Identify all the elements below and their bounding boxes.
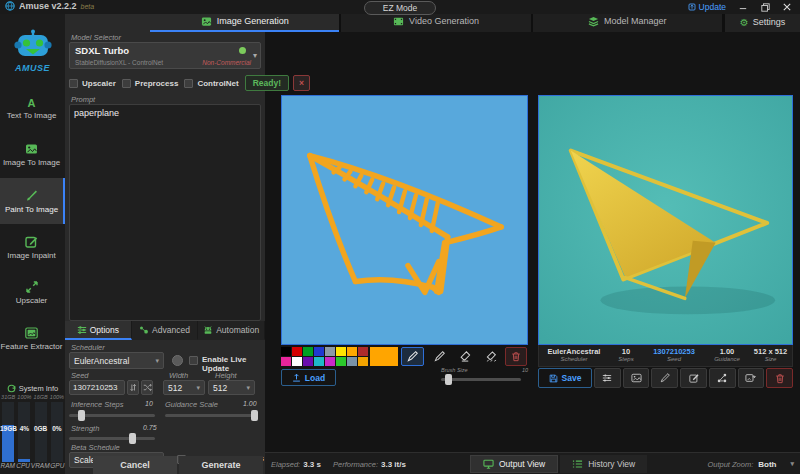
palette-color[interactable] (292, 357, 302, 366)
brush-icon (25, 189, 38, 202)
tab-advanced[interactable]: Advanced (132, 321, 199, 340)
seed-shuffle-button[interactable] (141, 380, 153, 395)
paint-canvas[interactable] (281, 95, 528, 345)
scheduler-dropdown[interactable]: EulerAncestral▾ (69, 352, 164, 369)
minimize-button[interactable] (732, 0, 754, 14)
tab-image-generation[interactable]: Image Generation (150, 12, 339, 32)
current-color-swatch[interactable] (370, 347, 398, 366)
update-button[interactable]: Update (688, 2, 726, 12)
inference-steps-value: 10 (145, 400, 153, 407)
tab-automation[interactable]: Automation (198, 321, 265, 340)
width-dropdown[interactable]: 512▾ (163, 380, 205, 395)
strength-slider[interactable] (69, 437, 155, 440)
palette-color[interactable] (325, 357, 335, 366)
sidebar-item-image-to-image[interactable]: Image To Image (0, 132, 65, 178)
generation-info-bar: EulerAncestral Scheduler 10 Steps 130721… (538, 345, 793, 367)
abort-button[interactable]: × (293, 75, 310, 91)
guidance-scale-label: Guidance Scale (165, 400, 218, 409)
tab-options[interactable]: Options (65, 321, 132, 340)
palette-color[interactable] (303, 357, 313, 366)
palette-color[interactable] (336, 347, 346, 356)
sidebar-item-text-to-image[interactable]: A Text To Image (0, 86, 65, 132)
palette-color[interactable] (325, 347, 335, 356)
guidance-scale-slider[interactable] (165, 414, 257, 417)
palette-color[interactable] (281, 347, 291, 356)
cpu-meter: 4% (16, 402, 32, 462)
feature-extract-button[interactable] (594, 368, 621, 388)
palette-color[interactable] (281, 357, 291, 366)
image-icon (631, 373, 642, 383)
eraser-tool-button[interactable] (454, 347, 477, 366)
refresh-icon (7, 384, 16, 393)
palette-color[interactable] (336, 357, 346, 366)
text-icon: A (28, 98, 36, 108)
sidebar-item-feature-extractor[interactable]: Feature Extractor (0, 316, 65, 362)
preprocess-checkbox[interactable] (122, 79, 131, 88)
output-view-tab[interactable]: Output View (470, 455, 558, 473)
control-panel: Model Selector SDXL Turbo StableDiffusio… (65, 14, 265, 474)
history-view-tab[interactable]: History View (560, 455, 647, 473)
tab-model-manager[interactable]: Model Manager (533, 12, 722, 32)
brush-tool-button[interactable] (401, 347, 424, 366)
load-button[interactable]: Load (281, 369, 336, 386)
system-info-title: System Info (19, 384, 59, 393)
tab-video-generation[interactable]: Video Generation (341, 12, 530, 32)
sidebar-item-upscaler[interactable]: Upscaler (0, 270, 65, 316)
upscale-button[interactable] (709, 368, 736, 388)
sidebar-item-paint-to-image[interactable]: Paint To Image (0, 178, 65, 224)
save-button[interactable]: Save (538, 368, 592, 388)
main-tabbar: Image Generation Video Generation Model … (150, 12, 800, 32)
brush-size-slider[interactable] (441, 378, 521, 381)
controlnet-checkbox[interactable] (184, 79, 193, 88)
cancel-button[interactable]: Cancel (93, 456, 177, 474)
app-beta-tag: beta (81, 3, 95, 10)
output-zoom-select[interactable]: Both ▾ (758, 460, 794, 469)
palette-color[interactable] (303, 347, 313, 356)
ready-button[interactable]: Ready! (245, 75, 289, 91)
gear-icon: ⚙ (740, 17, 749, 28)
meter-name: GPU (50, 462, 65, 472)
height-dropdown[interactable]: 512▾ (208, 380, 255, 395)
pen-icon (434, 351, 445, 362)
palette-color[interactable] (292, 347, 302, 356)
live-update-checkbox[interactable] (189, 356, 198, 365)
beta-schedule-label: Beta Schedule (71, 443, 120, 452)
restore-button[interactable] (754, 0, 776, 14)
output-image[interactable] (538, 95, 793, 345)
close-button[interactable] (776, 0, 798, 14)
generate-button[interactable]: Generate (179, 456, 263, 474)
info-guidance: 1.00 Guidance (705, 345, 749, 366)
chevron-down-icon: ▾ (790, 460, 794, 468)
sidebar-item-image-inpaint[interactable]: Image Inpaint (0, 224, 65, 270)
live-update-toggle[interactable] (172, 355, 183, 366)
paint-button[interactable] (651, 368, 678, 388)
settings-button[interactable]: ⚙ Settings (725, 12, 800, 32)
pen-tool-button[interactable] (428, 347, 451, 366)
meter-name: RAM (0, 462, 15, 472)
export-image-button[interactable] (738, 368, 765, 388)
image-to-image-button[interactable] (623, 368, 650, 388)
clear-canvas-button[interactable] (505, 347, 527, 366)
width-label: Width (169, 371, 188, 380)
palette-color[interactable] (347, 347, 357, 356)
palette-color[interactable] (314, 347, 324, 356)
model-selector-dropdown[interactable]: SDXL Turbo StableDiffusionXL - ControlNe… (69, 42, 261, 69)
palette-color[interactable] (358, 347, 368, 356)
palette-color[interactable] (358, 357, 368, 366)
info-size: 512 x 512 Size (749, 345, 792, 366)
clear-all-tool-button[interactable] (480, 347, 503, 366)
seed-link[interactable]: 1307210253 (653, 348, 695, 357)
delete-output-button[interactable] (766, 368, 793, 388)
seed-input[interactable]: 1307210253 (69, 380, 125, 395)
inpaint-button[interactable] (680, 368, 707, 388)
inference-steps-slider[interactable] (69, 414, 155, 417)
video-icon (393, 16, 404, 27)
elapsed: Elapsed: 3.3 s (271, 460, 321, 469)
palette-color[interactable] (347, 357, 357, 366)
upscaler-checkbox[interactable] (69, 79, 78, 88)
ez-mode-button[interactable]: EZ Mode (364, 1, 436, 15)
palette-color[interactable] (314, 357, 324, 366)
prompt-input[interactable]: paperplane (69, 104, 261, 321)
height-label: Height (215, 371, 237, 380)
seed-sort-button[interactable] (127, 380, 139, 395)
